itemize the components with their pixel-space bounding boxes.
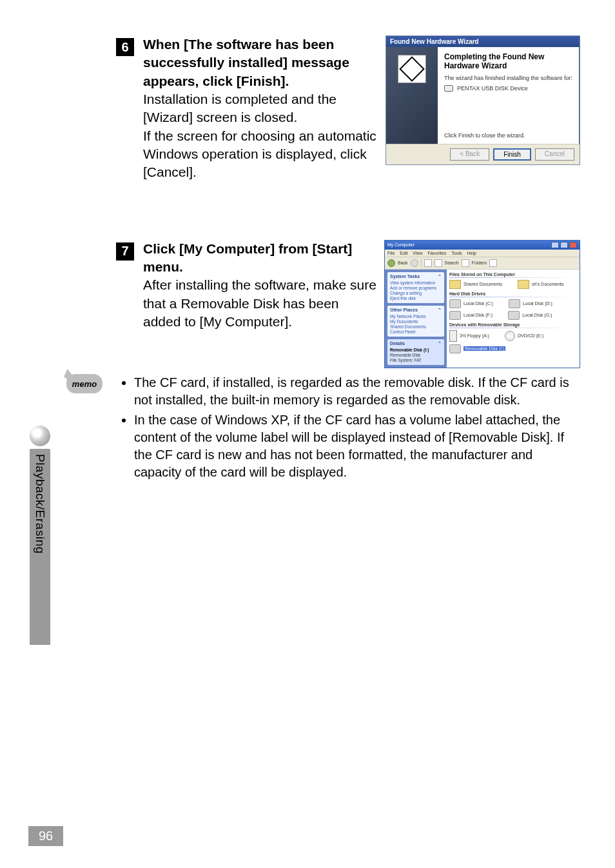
memo-label: memo <box>72 379 97 389</box>
step-6-line1: Installation is completed and the [Wizar… <box>143 90 378 127</box>
back-button[interactable]: < Back <box>450 148 489 161</box>
section-hard-disk: Hard Disk Drives <box>449 291 577 296</box>
chevron-icon[interactable]: ⌃ <box>438 274 442 279</box>
mycomp-side-panel: System Tasks⌃ View system information Ad… <box>385 270 447 368</box>
removable-disk-label: Removable Disk (I:) <box>464 346 505 351</box>
memo-list: The CF card, if installed, is regarded a… <box>122 374 580 484</box>
task-change-setting[interactable]: Change a setting <box>390 291 442 295</box>
mycomp-title-text: My Computer <box>387 242 415 247</box>
menu-file[interactable]: File <box>387 251 395 255</box>
disk-row1: Local Disk (C:) Local Disk (D:) <box>449 299 577 308</box>
other-places-title: Other Places <box>390 308 418 313</box>
step-7-line1: After installing the software, make sure… <box>143 276 376 331</box>
content-area: 6 When [The software has been successful… <box>116 35 580 426</box>
views-icon[interactable] <box>489 259 497 267</box>
user-documents[interactable]: sh's Documents <box>518 280 564 289</box>
folder-icon <box>518 280 529 289</box>
step-6-line2: If the screen for choosing an automatic … <box>143 127 378 182</box>
local-disk-d[interactable]: Local Disk (D:) <box>509 299 552 308</box>
user-documents-label: sh's Documents <box>532 282 564 286</box>
dvd-label: DVD/CD (E:) <box>518 333 543 338</box>
usb-device-icon <box>444 85 453 92</box>
wizard-subtext: The wizard has finished installing the s… <box>444 75 573 81</box>
place-shared[interactable]: Shared Documents <box>390 324 442 329</box>
dvd-drive[interactable]: DVD/CD (E:) <box>505 330 543 342</box>
place-control-panel[interactable]: Control Panel <box>390 330 442 334</box>
section-rule <box>449 277 577 278</box>
wizard-body: Completing the Found New Hardware Wizard… <box>386 47 580 144</box>
details-line3: File System: FAT <box>390 358 442 362</box>
toolbar-search-label: Search <box>445 261 459 265</box>
memo-block: memo The CF card, if installed, is regar… <box>64 374 580 484</box>
memo-shape: memo <box>66 374 102 393</box>
step-6-body: When [The software has been successfully… <box>143 35 378 182</box>
maximize-button[interactable] <box>560 242 568 248</box>
section-rule <box>449 297 577 297</box>
toolbar-folders-label: Folders <box>472 261 487 265</box>
wizard-dialog: Found New Hardware Wizard Completing the… <box>386 35 580 165</box>
drive-icon <box>508 311 520 320</box>
menu-help[interactable]: Help <box>467 251 476 255</box>
close-button[interactable] <box>569 242 577 248</box>
mycomp-menu-bar: File Edit View Favorites Tools Help <box>385 250 580 257</box>
drive-icon <box>449 311 461 320</box>
wizard-device-icon <box>398 55 426 83</box>
local-disk-g-label: Local Disk (G:) <box>522 313 552 317</box>
system-tasks-title: System Tasks <box>390 274 420 279</box>
step-6-heading: When [The software has been successfully… <box>143 35 378 90</box>
wizard-left-panel <box>386 47 438 144</box>
cd-icon <box>505 331 515 341</box>
menu-tools[interactable]: Tools <box>451 251 462 255</box>
search-icon[interactable] <box>434 259 442 267</box>
wizard-device-name: PENTAX USB DISK Device <box>457 85 528 92</box>
up-icon[interactable] <box>424 259 432 267</box>
local-disk-f[interactable]: Local Disk (F:) <box>449 311 493 320</box>
step-number-7: 7 <box>116 242 134 261</box>
tab-label: Playback/Erasing <box>33 454 47 554</box>
minimize-button[interactable] <box>551 242 559 248</box>
forward-icon[interactable] <box>411 259 418 267</box>
place-mydocs[interactable]: My Documents <box>390 319 442 324</box>
place-network[interactable]: My Network Places <box>390 314 442 319</box>
task-add-remove[interactable]: Add or remove programs <box>390 286 442 290</box>
back-icon[interactable] <box>387 259 395 267</box>
floppy-drive[interactable]: 3½ Floppy (A:) <box>449 330 489 342</box>
local-disk-c[interactable]: Local Disk (C:) <box>449 299 493 308</box>
finish-button[interactable]: Finish <box>493 148 531 161</box>
chevron-icon[interactable]: ⌃ <box>438 308 442 313</box>
folders-icon[interactable] <box>462 259 469 267</box>
system-tasks-panel: System Tasks⌃ View system information Ad… <box>387 272 444 303</box>
menu-edit[interactable]: Edit <box>400 251 407 255</box>
task-view-system-info[interactable]: View system information <box>390 281 442 285</box>
shared-documents-label: Shared Documents <box>464 282 502 286</box>
menu-view[interactable]: View <box>413 251 422 255</box>
chevron-icon[interactable]: ⌃ <box>438 341 442 346</box>
memo-icon: memo <box>64 374 104 393</box>
cancel-button[interactable]: Cancel <box>535 148 574 161</box>
mycomp-title-bar: My Computer <box>385 241 580 250</box>
step-7: 7 Click [My Computer] from [Start] menu.… <box>116 240 580 368</box>
step-7-body: Click [My Computer] from [Start] menu. A… <box>143 240 376 331</box>
page: 6 When [The software has been successful… <box>0 0 615 868</box>
removable-row: 3½ Floppy (A:) DVD/CD (E:) <box>449 330 577 342</box>
step-number-6: 6 <box>116 38 134 56</box>
toolbar-back-label: Back <box>398 261 408 265</box>
local-disk-f-label: Local Disk (F:) <box>464 313 493 317</box>
details-line1: Removable Disk (I:) <box>390 348 442 352</box>
details-panel: Details⌃ Removable Disk (I:) Removable D… <box>387 339 444 365</box>
local-disk-g[interactable]: Local Disk (G:) <box>508 311 552 320</box>
toolbar-separator <box>421 259 422 267</box>
menu-favorites[interactable]: Favorites <box>427 251 446 255</box>
removable-disk[interactable]: Removable Disk (I:) <box>449 344 505 353</box>
memo-bullet-2: In the case of Windows XP, if the CF car… <box>134 411 580 481</box>
memo-bullet-1: The CF card, if installed, is regarded a… <box>134 374 580 409</box>
disk-row2: Local Disk (F:) Local Disk (G:) <box>449 311 577 320</box>
mycomp-main-panel: Files Stored on This Computer Shared Doc… <box>447 270 580 368</box>
wizard-title-bar: Found New Hardware Wizard <box>386 36 580 47</box>
details-title: Details <box>390 341 405 346</box>
task-eject-disk[interactable]: Eject this disk <box>390 296 442 301</box>
mycomp-body: System Tasks⌃ View system information Ad… <box>385 270 580 368</box>
drive-icon <box>449 299 461 308</box>
shared-documents[interactable]: Shared Documents <box>449 280 502 289</box>
tab-bar: Playback/Erasing <box>30 449 50 645</box>
